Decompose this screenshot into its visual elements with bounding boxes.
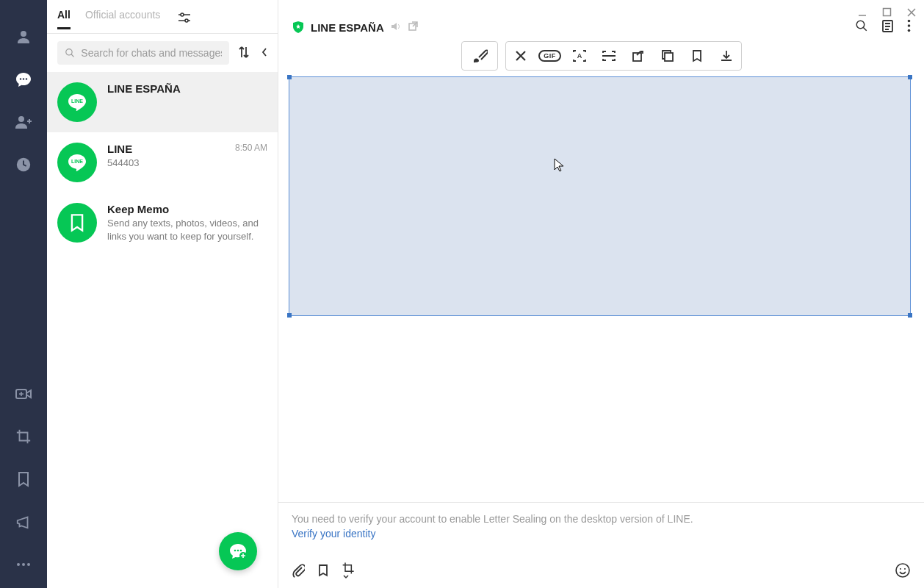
svg-point-32 [900,568,901,570]
svg-text:LINE: LINE [71,159,83,164]
chats-icon[interactable] [13,69,34,90]
scan-button[interactable] [594,42,624,70]
share-button[interactable] [624,42,653,70]
chat-preview: 544403 [107,157,267,170]
chat-list: LINE LINE ESPAÑA LINE LINE8:50 AM 544403 [47,72,278,588]
shield-icon [292,21,305,34]
popout-icon[interactable] [408,21,419,34]
svg-point-4 [18,116,24,122]
svg-rect-30 [665,53,673,61]
avatar-keep-icon [57,203,97,243]
video-call-icon[interactable] [13,384,34,404]
svg-point-1 [20,78,21,79]
chat-name: LINE ESPAÑA [107,82,181,95]
friends-icon[interactable] [13,26,34,47]
svg-point-26 [908,24,911,27]
svg-rect-21 [884,9,891,16]
image-toolbar: GIF A [461,41,742,71]
crop-icon[interactable] [13,426,34,447]
download-button[interactable] [712,42,741,70]
svg-text:LINE: LINE [71,98,83,104]
chat-preview: Send any texts, photos, videos, and link… [107,217,267,243]
svg-point-12 [66,49,72,55]
svg-point-27 [908,29,911,32]
svg-point-19 [240,550,242,552]
chat-main: LINE ESPAÑA [278,0,924,588]
sort-icon[interactable] [235,43,253,64]
new-chat-button[interactable] [219,532,257,570]
verify-link[interactable]: Verify your identity [292,528,375,539]
svg-point-18 [237,550,239,552]
maximize-button[interactable] [879,4,895,23]
timeline-icon[interactable] [13,154,34,175]
svg-point-9 [27,563,30,566]
chat-item[interactable]: LINE LINE ESPAÑA [47,72,278,132]
avatar-line-icon: LINE [57,82,97,122]
keep-icon[interactable] [13,469,34,490]
chat-list-panel: All Official accounts LINE [47,0,278,588]
cursor-icon [554,158,564,175]
chat-tabs: All Official accounts [47,0,278,34]
svg-point-7 [17,563,20,566]
svg-point-8 [22,563,25,566]
announce-icon[interactable] [13,512,34,532]
emoji-icon[interactable] [895,562,911,578]
minimize-button[interactable] [854,4,870,23]
svg-point-3 [26,78,27,79]
chat-item[interactable]: LINE LINE8:50 AM 544403 [47,132,278,193]
svg-text:A: A [577,52,582,60]
svg-point-31 [896,564,909,577]
window-controls [854,4,920,23]
attach-icon[interactable] [292,563,305,578]
tab-all[interactable]: All [57,9,71,29]
brush-button[interactable] [462,42,497,70]
chat-name: LINE [107,143,132,155]
chat-name: Keep Memo [107,203,169,215]
copy-button[interactable] [653,42,682,70]
ocr-button[interactable]: A [565,42,594,70]
svg-point-2 [23,78,24,79]
verify-notice: You need to verify your account to enabl… [292,513,911,525]
svg-point-17 [234,550,237,552]
svg-point-33 [904,568,906,570]
close-button[interactable] [903,4,920,23]
chat-item[interactable]: Keep Memo Send any texts, photos, videos… [47,193,278,253]
chat-time: 8:50 AM [235,143,267,153]
svg-point-10 [181,13,184,16]
gif-button[interactable]: GIF [535,42,565,70]
svg-point-11 [185,19,188,22]
collapse-icon[interactable] [259,44,270,62]
capture-tool-icon[interactable] [342,562,356,579]
search-box[interactable] [57,41,229,65]
add-friend-icon[interactable] [13,112,34,132]
svg-point-0 [21,31,26,37]
keep-tool-icon[interactable] [318,564,328,577]
bookmark-button[interactable] [682,42,712,70]
cancel-button[interactable] [506,42,535,70]
avatar-line-icon: LINE [57,143,97,182]
nav-rail [0,0,47,588]
more-icon[interactable] [13,554,34,575]
filter-icon[interactable] [178,12,191,25]
search-input[interactable] [81,47,222,59]
chat-title: LINE ESPAÑA [311,21,384,34]
muted-icon[interactable] [390,21,402,34]
image-canvas[interactable] [289,76,911,316]
tab-official[interactable]: Official accounts [85,9,160,29]
